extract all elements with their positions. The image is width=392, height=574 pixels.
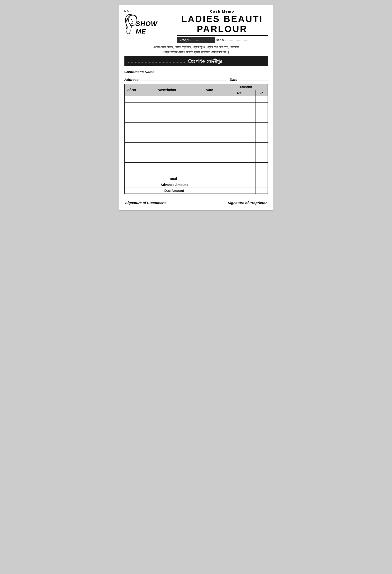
col-header-rate: Rate [195,84,224,96]
cell-p[interactable] [256,123,268,129]
sig-customer: Signature of Customer's [125,201,167,205]
cell-desc[interactable] [139,102,195,109]
cell-slno[interactable] [124,116,139,123]
cell-rate[interactable] [195,169,224,176]
cell-rs[interactable] [224,143,256,149]
cell-rate[interactable] [195,96,224,102]
cell-rs[interactable] [224,129,256,136]
cell-p[interactable] [256,149,268,156]
cell-rs[interactable] [224,96,256,102]
due-label: Due Amount [124,188,224,194]
cell-slno[interactable] [124,163,139,169]
show-me-text: SHOW ME [136,20,167,35]
address-date-row: Address Date [124,77,268,82]
cell-rate[interactable] [195,156,224,163]
services-text: এখানে হেয়ার কাটিং, হেয়ার স্ট্রেটনিং, হ… [124,45,268,55]
cell-p[interactable] [256,169,268,176]
table-row [124,116,268,123]
cell-rate[interactable] [195,102,224,109]
address-label: Address [124,78,139,82]
cell-p[interactable] [256,109,268,116]
table-row [124,129,268,136]
cell-rate[interactable] [195,123,224,129]
total-rs-value[interactable] [224,176,256,182]
cell-desc[interactable] [139,109,195,116]
cell-rs[interactable] [224,156,256,163]
cell-rs[interactable] [224,136,256,143]
advance-label: Advance Amount [124,182,224,188]
total-p-value[interactable] [256,176,268,182]
title-section: Cash Memo LADIES BEAUTI PARLOUR Prop - .… [172,9,268,43]
location-name: পশ্চিম মেদিনীপুর [196,58,222,64]
advance-row: Advance Amount [124,182,268,188]
cell-slno[interactable] [124,136,139,143]
cell-desc[interactable] [139,123,195,129]
cell-rate[interactable] [195,129,224,136]
cell-p[interactable] [256,102,268,109]
table-row [124,123,268,129]
cell-desc[interactable] [139,163,195,169]
advance-rs-value[interactable] [224,182,256,188]
cell-rs[interactable] [224,149,256,156]
cell-rate[interactable] [195,143,224,149]
cell-p[interactable] [256,116,268,123]
cell-slno[interactable] [124,123,139,129]
invoice-page: No - [119,5,273,211]
prop-box: Prop - ......... [177,37,215,43]
cell-rate[interactable] [195,136,224,143]
cell-desc[interactable] [139,149,195,156]
cell-rs[interactable] [224,116,256,123]
cell-slno[interactable] [124,102,139,109]
sig-proprietor: Signature of Proprietor [228,201,267,205]
cell-desc[interactable] [139,129,195,136]
cell-p[interactable] [256,156,268,163]
cell-slno[interactable] [124,129,139,136]
cell-p[interactable] [256,136,268,143]
table-row [124,149,268,156]
services-line2: এছাড়া অভিজ্ঞ মেকাপ আর্টিস্ট দ্বারা ব্রা… [124,50,268,55]
cell-rs[interactable] [224,102,256,109]
customer-name-field[interactable] [156,69,268,73]
cell-desc[interactable] [139,169,195,176]
col-header-rs: Rs. [224,90,256,96]
address-field[interactable] [141,77,226,81]
cell-p[interactable] [256,129,268,136]
date-field[interactable] [239,77,268,81]
col-header-p: P [256,90,268,96]
header-section: No - [124,9,268,43]
due-rs-value[interactable] [224,188,256,194]
footer-section: Signature of Customer's Signature of Pro… [124,198,268,206]
cell-slno[interactable] [124,169,139,176]
cell-desc[interactable] [139,136,195,143]
cell-p[interactable] [256,143,268,149]
table-row [124,156,268,163]
cell-rs[interactable] [224,169,256,176]
cell-p[interactable] [256,163,268,169]
cell-desc[interactable] [139,96,195,102]
advance-p-value[interactable] [256,182,268,188]
cell-slno[interactable] [124,109,139,116]
due-p-value[interactable] [256,188,268,194]
table-row [124,109,268,116]
cell-rate[interactable] [195,109,224,116]
due-row: Due Amount [124,188,268,194]
parlour-title: LADIES BEAUTI PARLOUR [177,14,268,36]
location-banner: ........................................… [124,56,268,66]
prop-mob-row: Prop - ......... Mob - .................… [177,37,268,43]
cell-rate[interactable] [195,116,224,123]
cell-desc[interactable] [139,156,195,163]
total-row: Total - [124,176,268,182]
location-symbol: ঃঃ [188,58,195,64]
cell-slno[interactable] [124,149,139,156]
cell-rs[interactable] [224,163,256,169]
cell-rs[interactable] [224,123,256,129]
cell-rs[interactable] [224,109,256,116]
cell-rate[interactable] [195,163,224,169]
cell-slno[interactable] [124,143,139,149]
cell-desc[interactable] [139,116,195,123]
cell-rate[interactable] [195,149,224,156]
cell-p[interactable] [256,96,268,102]
cell-slno[interactable] [124,156,139,163]
cell-desc[interactable] [139,143,195,149]
cell-slno[interactable] [124,96,139,102]
